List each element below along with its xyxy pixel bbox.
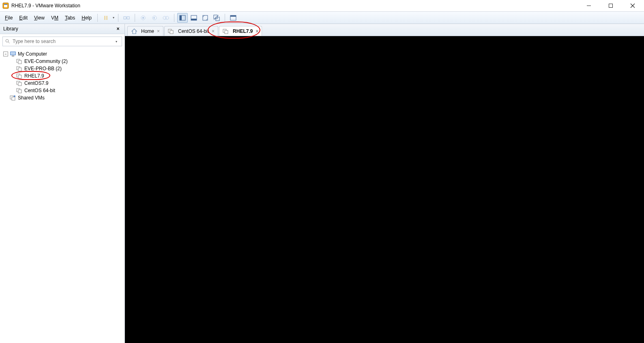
svg-rect-8 [106, 16, 107, 20]
svg-rect-30 [12, 56, 14, 56]
svg-rect-36 [18, 75, 21, 78]
unity-button[interactable] [211, 13, 222, 23]
tree-vm-item[interactable]: EVE-PRO-BB (2) [0, 65, 125, 72]
vm-tree: − My Computer EVE-Community (2) EVE-PRO-… [0, 49, 125, 103]
svg-rect-9 [124, 17, 126, 19]
tree-vm-item[interactable]: EVE-Community (2) [0, 58, 125, 65]
vm-icon [16, 87, 23, 94]
separator [225, 14, 225, 22]
search-icon [5, 39, 10, 44]
vm-icon [223, 28, 229, 35]
svg-rect-47 [225, 30, 228, 34]
computer-icon [10, 51, 16, 57]
tree-my-computer[interactable]: − My Computer [0, 50, 125, 58]
svg-rect-17 [180, 15, 182, 20]
show-library-button[interactable] [177, 13, 188, 23]
snapshot-manager-button[interactable] [161, 13, 171, 23]
tree-label: RHEL7.9 [24, 73, 44, 79]
main-area: Home × CentOS 64-bit × RHEL7.9 × [125, 24, 644, 343]
minimize-button[interactable] [582, 1, 596, 11]
menu-file[interactable]: File [2, 13, 16, 22]
menu-edit[interactable]: Edit [16, 13, 31, 22]
svg-point-43 [14, 95, 15, 97]
maximize-button[interactable] [603, 1, 618, 11]
library-sidebar: Library × ▾ − My Computer EVE-Community … [0, 24, 125, 343]
tree-label: CentOS 64-bit [24, 88, 55, 93]
tab-label: CentOS 64-bit [178, 28, 209, 34]
svg-line-27 [8, 42, 9, 43]
separator [97, 14, 98, 22]
svg-rect-4 [609, 4, 613, 8]
tree-vm-item[interactable]: CentOS 64-bit [0, 87, 125, 94]
vm-console-view[interactable] [125, 36, 644, 343]
svg-rect-32 [18, 60, 21, 64]
tree-label: EVE-PRO-BB (2) [24, 66, 62, 71]
tab-label: RHEL7.9 [233, 28, 253, 34]
vm-icon [16, 58, 23, 65]
tab-centos64[interactable]: CentOS 64-bit × [164, 26, 218, 36]
menu-tabs[interactable]: Tabs [62, 13, 78, 22]
tab-close-button[interactable]: × [157, 28, 160, 34]
snapshot-take-button[interactable] [138, 13, 148, 23]
tree-vm-item[interactable]: CentOS7.9 [0, 80, 125, 87]
tree-vm-rhel79[interactable]: RHEL7.9 [0, 72, 125, 80]
tab-label: Home [141, 28, 154, 34]
search-dropdown[interactable]: ▾ [114, 40, 119, 43]
vm-icon [16, 73, 23, 79]
home-icon [131, 28, 137, 35]
send-cad-button[interactable] [121, 13, 132, 23]
fullscreen-button[interactable] [200, 13, 210, 23]
close-button[interactable] [625, 1, 640, 11]
collapse-icon[interactable]: − [3, 52, 8, 56]
svg-rect-34 [18, 68, 21, 71]
pause-button[interactable] [101, 13, 111, 23]
console-view-button[interactable] [228, 13, 238, 23]
window-controls [582, 1, 640, 11]
snapshot-revert-button[interactable] [149, 13, 160, 23]
library-title: Library [3, 26, 115, 32]
thumbnail-bar-button[interactable] [189, 13, 199, 23]
svg-point-12 [142, 17, 144, 19]
window-title: RHEL7.9 - VMware Workstation [11, 3, 582, 9]
svg-rect-19 [191, 19, 197, 20]
close-library-button[interactable]: × [115, 26, 121, 32]
svg-rect-2 [4, 4, 7, 5]
titlebar: RHEL7.9 - VMware Workstation [0, 0, 644, 11]
tree-label: Shared VMs [18, 95, 45, 101]
vm-icon [16, 65, 23, 72]
menu-view[interactable]: View [31, 13, 48, 22]
shared-vms-icon [10, 95, 16, 101]
tree-label: EVE-Community (2) [24, 58, 68, 64]
svg-rect-25 [230, 15, 236, 17]
app-icon [2, 2, 9, 9]
svg-line-23 [214, 15, 219, 20]
search-input[interactable] [13, 39, 114, 44]
separator [135, 14, 135, 22]
svg-rect-29 [11, 52, 15, 55]
svg-point-15 [165, 16, 169, 19]
svg-rect-40 [18, 90, 21, 93]
svg-rect-42 [12, 97, 15, 100]
tab-close-button[interactable]: × [255, 28, 258, 34]
tabstrip: Home × CentOS 64-bit × RHEL7.9 × [125, 24, 644, 36]
tree-label: My Computer [18, 51, 47, 57]
tab-rhel79[interactable]: RHEL7.9 × [219, 26, 262, 36]
separator [174, 14, 174, 22]
svg-point-26 [6, 39, 9, 42]
svg-rect-7 [104, 16, 105, 20]
vm-icon [16, 80, 23, 86]
library-header: Library × [0, 24, 125, 34]
vm-icon [168, 28, 174, 35]
tab-home[interactable]: Home × [127, 26, 163, 36]
menu-help[interactable]: Help [78, 13, 95, 22]
tab-close-button[interactable]: × [212, 28, 215, 34]
tree-shared-vms[interactable]: Shared VMs [0, 94, 125, 101]
search-box: ▾ [2, 37, 122, 46]
svg-rect-45 [170, 30, 173, 34]
menu-vm[interactable]: VM [48, 13, 62, 22]
svg-rect-38 [18, 82, 21, 86]
tree-label: CentOS7.9 [24, 80, 48, 86]
menubar: File Edit View VM Tabs Help ▾ [0, 11, 644, 24]
pause-dropdown[interactable]: ▾ [112, 16, 116, 19]
svg-rect-10 [127, 17, 129, 19]
